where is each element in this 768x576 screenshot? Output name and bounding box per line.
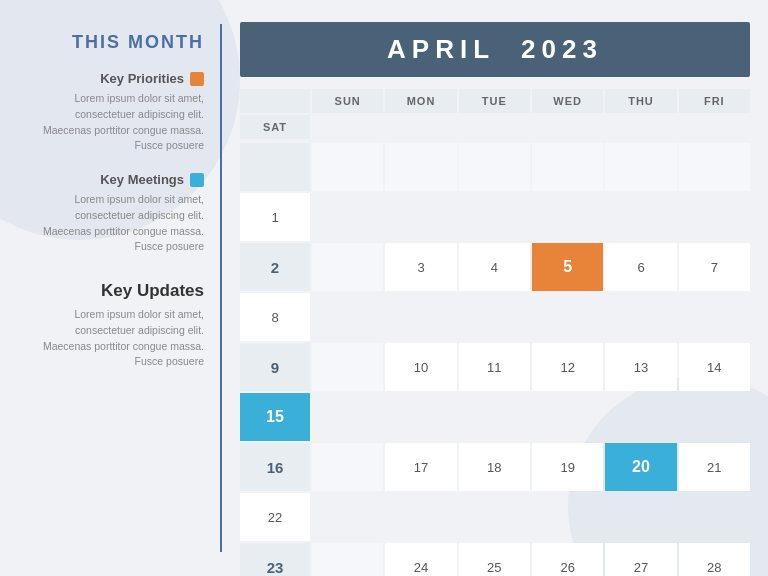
header-tue: TUE [459, 89, 530, 113]
day-25: 25 [459, 543, 530, 576]
header-mon: MON [385, 89, 456, 113]
header-fri: FRI [679, 89, 750, 113]
key-meetings-label: Key Meetings [100, 172, 184, 187]
week-num-empty-1 [240, 143, 310, 191]
day-cell-empty [312, 143, 383, 191]
day-10: 10 [385, 343, 456, 391]
day-3: 3 [385, 243, 456, 291]
header-sat: SAT [240, 115, 310, 139]
day-7: 7 [679, 243, 750, 291]
day-5: 5 [532, 243, 603, 291]
calendar-grid: SUN MON TUE WED THU FRI SAT 1 [240, 89, 750, 576]
day-cell-empty [312, 243, 383, 291]
key-priorities-color-box [190, 72, 204, 86]
week-num-header [240, 89, 310, 113]
day-26: 26 [532, 543, 603, 576]
week-row-3: 9 10 11 12 13 14 15 [240, 343, 750, 441]
day-22: 22 [240, 493, 310, 541]
day-cell-empty [532, 143, 603, 191]
day-12: 12 [532, 343, 603, 391]
key-updates-desc: Lorem ipsum dolor sit amet, consectetuer… [24, 307, 204, 370]
this-month-title: THIS MONTH [72, 32, 204, 53]
key-meetings-color-box [190, 173, 204, 187]
sidebar: THIS MONTH Key Priorities Lorem ipsum do… [0, 0, 220, 576]
day-17: 17 [385, 443, 456, 491]
day-20: 20 [605, 443, 676, 491]
day-27: 27 [605, 543, 676, 576]
day-cell-empty [312, 543, 383, 576]
day-headers-row: SUN MON TUE WED THU FRI SAT [240, 89, 750, 139]
header-wed: WED [532, 89, 603, 113]
day-6: 6 [605, 243, 676, 291]
day-19: 19 [532, 443, 603, 491]
day-cell-empty [312, 443, 383, 491]
key-meetings-section: Key Meetings Lorem ipsum dolor sit amet,… [24, 172, 204, 255]
week-row-1: 1 [240, 143, 750, 241]
day-13: 13 [605, 343, 676, 391]
key-updates-section: Key Updates Lorem ipsum dolor sit amet, … [24, 273, 204, 370]
day-15: 15 [240, 393, 310, 441]
calendar-month: APRIL [387, 34, 495, 64]
week-num-16: 16 [240, 443, 310, 491]
calendar-header: APRIL 2023 [240, 22, 750, 77]
day-cell-empty [385, 143, 456, 191]
day-cell-empty [459, 143, 530, 191]
calendar-year: 2023 [521, 34, 603, 64]
key-meetings-desc: Lorem ipsum dolor sit amet, consectetuer… [24, 192, 204, 255]
key-priorities-desc: Lorem ipsum dolor sit amet, consectetuer… [24, 91, 204, 154]
week-num-23: 23 [240, 543, 310, 576]
key-priorities-label: Key Priorities [100, 71, 184, 86]
week-num-2: 2 [240, 243, 310, 291]
week-row-4: 16 17 18 19 20 21 22 [240, 443, 750, 541]
day-8: 8 [240, 293, 310, 341]
day-24: 24 [385, 543, 456, 576]
day-cell-empty [679, 143, 750, 191]
key-updates-title: Key Updates [24, 281, 204, 301]
day-cell-empty [312, 343, 383, 391]
week-num-9: 9 [240, 343, 310, 391]
day-1: 1 [240, 193, 310, 241]
day-18: 18 [459, 443, 530, 491]
day-4: 4 [459, 243, 530, 291]
day-21: 21 [679, 443, 750, 491]
week-row-5: 23 24 25 26 27 28 29 [240, 543, 750, 576]
day-28: 28 [679, 543, 750, 576]
day-14: 14 [679, 343, 750, 391]
header-sun: SUN [312, 89, 383, 113]
calendar-area: APRIL 2023 SUN MON TUE WED THU FRI SAT [222, 0, 768, 576]
day-11: 11 [459, 343, 530, 391]
week-row-2: 2 3 4 5 6 7 8 [240, 243, 750, 341]
header-thu: THU [605, 89, 676, 113]
day-cell-empty [605, 143, 676, 191]
key-priorities-section: Key Priorities Lorem ipsum dolor sit ame… [24, 71, 204, 154]
